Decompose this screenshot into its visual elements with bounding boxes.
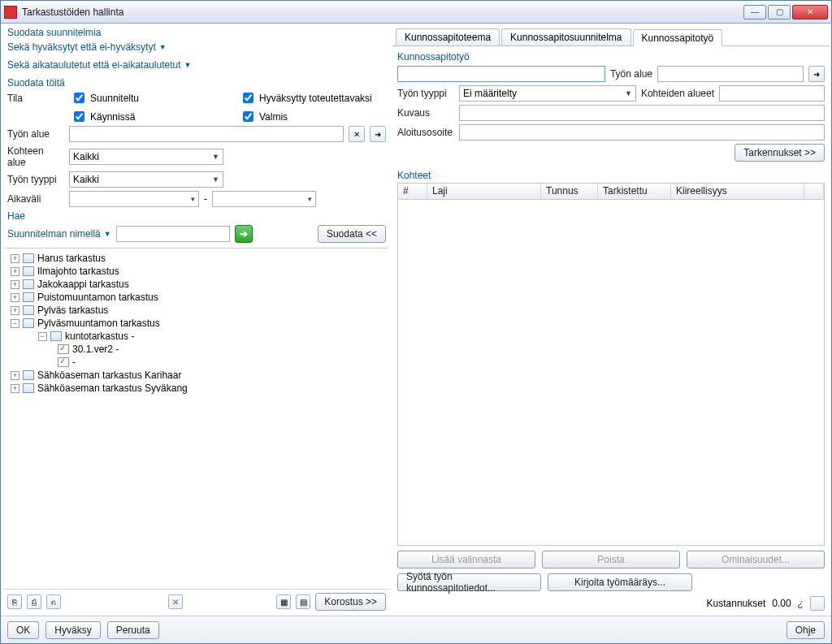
- tree-item: +Jakokaappi tarkastus: [7, 278, 386, 291]
- search-go-button[interactable]: ➔: [235, 225, 253, 243]
- tree-item: +Sähköaseman tarkastus Karihaar: [7, 369, 386, 382]
- work-type-select2[interactable]: Ei määritelty▼: [459, 85, 636, 102]
- cost-row: Kustannukset 0.00 ¿: [392, 596, 830, 614]
- table-header: # Laji Tunnus Tarkistettu Kiireellisyys: [398, 184, 824, 200]
- title-bar: Tarkastustöiden hallinta — ▢ ✕: [1, 1, 831, 24]
- state-planned-checkbox[interactable]: Suunniteltu: [71, 90, 233, 106]
- tab-plan[interactable]: Kunnossapitosuunnitelma: [501, 28, 630, 45]
- items-table[interactable]: # Laji Tunnus Tarkistettu Kiireellisyys: [397, 183, 825, 546]
- work-name-label: Kunnossapitotyö: [397, 51, 479, 63]
- write-order-button[interactable]: Kirjoita työmääräys...: [548, 573, 691, 591]
- folder-icon: [23, 383, 34, 393]
- col-type[interactable]: Laji: [427, 184, 541, 199]
- ok-button[interactable]: OK: [7, 621, 39, 639]
- details-button[interactable]: Tarkennukset >>: [734, 144, 825, 162]
- folder-icon: [23, 279, 34, 289]
- tree-item: −kuntotarkastus -: [7, 330, 386, 343]
- expand-icon[interactable]: +: [11, 384, 20, 393]
- minimize-button[interactable]: —: [743, 5, 766, 19]
- expand-icon[interactable]: +: [11, 280, 20, 289]
- work-type-select[interactable]: Kaikki▼: [69, 171, 223, 188]
- filter-jobs-label: Suodata töitä: [7, 77, 386, 89]
- tree-item: +Harus tarkastus: [7, 252, 386, 265]
- expand-icon[interactable]: +: [11, 293, 20, 302]
- add-from-selection-button[interactable]: Lisää valinnasta: [397, 551, 535, 568]
- state-done-checkbox[interactable]: Valmis: [240, 109, 386, 124]
- collapse-icon[interactable]: −: [38, 332, 47, 341]
- col-checked[interactable]: Tarkistettu: [598, 184, 671, 199]
- folder-icon: [23, 292, 34, 302]
- map-pick-button2[interactable]: ➜: [808, 66, 825, 82]
- properties-button[interactable]: Ominaisuudet...: [687, 551, 825, 568]
- state-label: Tila: [7, 93, 64, 104]
- cost-value: 0.00: [772, 598, 791, 609]
- col-spare: [804, 184, 824, 199]
- desc-input[interactable]: [459, 105, 825, 121]
- interval-from-select[interactable]: ▾: [69, 191, 199, 207]
- filter-collapse-button[interactable]: Suodata <<: [318, 225, 386, 243]
- work-type-label: Työn tyyppi: [7, 174, 64, 185]
- cancel-button[interactable]: Peruuta: [107, 621, 159, 639]
- check-icon: [58, 357, 69, 367]
- clear-area-button[interactable]: ✕: [349, 126, 365, 142]
- folder-icon: [23, 370, 34, 380]
- view-icon[interactable]: ▦: [276, 594, 291, 609]
- right-pane: Kunnossapitoteema Kunnossapitosuunnitelm…: [392, 25, 830, 614]
- folder-icon: [50, 331, 62, 341]
- schedule-filter-select[interactable]: Sekä aikataulutetut että ei-aikataulutet…: [7, 59, 386, 71]
- approval-filter-select[interactable]: Sekä hyväksytyt että ei-hyväksytyt ▼: [7, 41, 386, 53]
- main-window: Tarkastustöiden hallinta — ▢ ✕ Suodata s…: [0, 0, 832, 644]
- expand-icon[interactable]: +: [11, 306, 20, 315]
- search-by-select[interactable]: Suunnitelman nimellä ▼: [7, 228, 111, 240]
- approve-button[interactable]: Hyväksy: [46, 621, 100, 639]
- work-type-label2: Työn tyyppi: [397, 88, 454, 99]
- work-area-label: Työn alue: [7, 128, 64, 140]
- interval-label: Aikaväli: [7, 193, 64, 205]
- cost-label: Kustannukset: [707, 598, 766, 609]
- col-idx[interactable]: #: [398, 184, 427, 199]
- start-addr-label: Aloitusosoite: [397, 127, 454, 138]
- work-area-label2: Työn alue: [610, 68, 652, 80]
- work-area-input[interactable]: [69, 126, 344, 142]
- item-area-select[interactable]: Kaikki▼: [69, 149, 223, 165]
- tab-theme[interactable]: Kunnossapitoteema: [396, 28, 500, 45]
- plan-tree[interactable]: +Harus tarkastus +Ilmajohto tarkastus +J…: [6, 248, 388, 589]
- item-area-label: Kohteen alue: [7, 145, 64, 168]
- folder-icon: [23, 253, 34, 263]
- search-input[interactable]: [116, 226, 230, 242]
- highlight-button[interactable]: Korostus >>: [315, 593, 386, 611]
- state-running-checkbox[interactable]: Käynnissä: [71, 109, 233, 124]
- remove-button[interactable]: Poista: [542, 551, 680, 568]
- tool-icon[interactable]: ⎌: [46, 594, 61, 609]
- state-accepted-checkbox[interactable]: Hyväksytty toteutettavaksi: [240, 90, 386, 106]
- tab-work[interactable]: Kunnossapitotyö: [633, 29, 723, 46]
- delete-icon[interactable]: ✕: [168, 594, 183, 609]
- work-area-input2[interactable]: [657, 66, 804, 82]
- expand-icon[interactable]: +: [11, 267, 20, 276]
- maximize-button[interactable]: ▢: [768, 5, 791, 19]
- collapse-icon[interactable]: −: [11, 319, 20, 328]
- chevron-down-icon: ▼: [212, 175, 219, 184]
- search-label: Hae: [7, 210, 386, 222]
- work-name-input[interactable]: [397, 66, 605, 82]
- chevron-down-icon: ▾: [191, 195, 195, 203]
- help-button[interactable]: Ohje: [786, 621, 825, 639]
- interval-to-select[interactable]: ▾: [212, 191, 316, 207]
- expand-icon[interactable]: +: [11, 371, 20, 380]
- start-addr-input[interactable]: [459, 124, 825, 140]
- action-buttons: Lisää valinnasta Poista Ominaisuudet... …: [392, 546, 830, 596]
- col-urgency[interactable]: Kiireellisyys: [671, 184, 804, 199]
- map-pick-button[interactable]: ➜: [370, 126, 386, 142]
- chevron-down-icon: ▼: [104, 230, 111, 238]
- window-title: Tarkastustöiden hallinta: [22, 6, 742, 18]
- tool-icon[interactable]: ⎙: [27, 594, 41, 609]
- view-icon[interactable]: ▤: [296, 594, 310, 609]
- tool-icon[interactable]: ⎘: [7, 594, 22, 609]
- enter-maintenance-button[interactable]: Syötä työn kunnossapitotiedot...: [397, 573, 541, 591]
- color-swatch-button[interactable]: [810, 596, 825, 611]
- expand-icon[interactable]: +: [11, 254, 20, 263]
- col-code[interactable]: Tunnus: [541, 184, 598, 199]
- tree-item: +Pylväs tarkastus: [7, 304, 386, 317]
- item-regions-input[interactable]: [719, 85, 825, 102]
- close-button[interactable]: ✕: [792, 5, 828, 19]
